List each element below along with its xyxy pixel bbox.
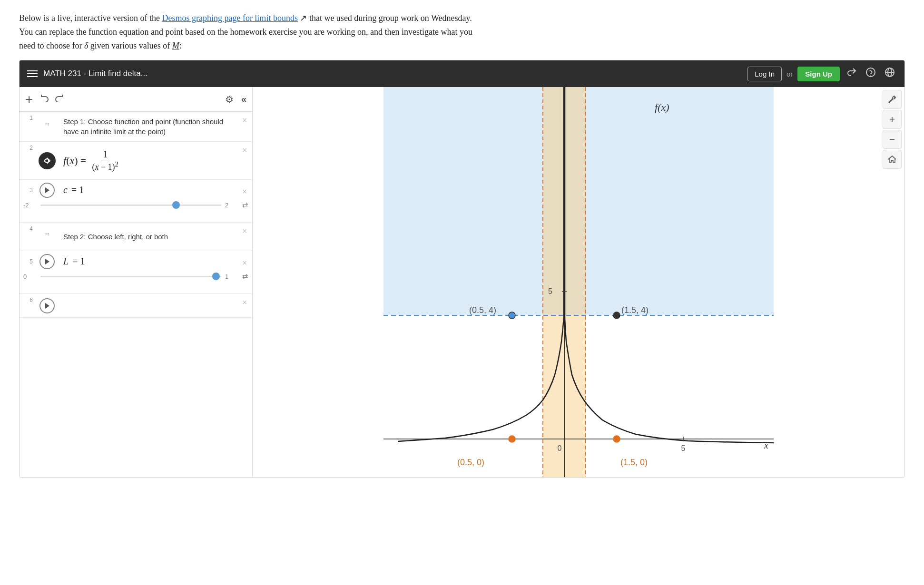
zoom-out-button[interactable]: − — [883, 130, 902, 149]
expression-row-4: 4 " Step 2: Choose left, right, or both … — [20, 223, 252, 251]
close-row-5[interactable]: × — [237, 254, 252, 268]
slider-L-max: 1 — [225, 273, 238, 280]
hamburger-menu[interactable] — [27, 70, 38, 77]
graph-svg: f(x) 5 5 0 x (0.5, 4) (1.5, 4) (0.5, 0) — [253, 87, 904, 477]
intro-line1-start: Below is a live, interactive version of … — [19, 13, 162, 23]
header-actions: Log In or Sign Up — [747, 65, 897, 82]
row-icon-6 — [35, 294, 59, 317]
svg-point-18 — [613, 312, 620, 319]
desmos-container: MATH 231 - Limit find delta... Log In or… — [19, 60, 905, 478]
login-button[interactable]: Log In — [747, 67, 782, 81]
help-icon[interactable] — [864, 65, 878, 82]
svg-point-17 — [509, 312, 515, 319]
intro-line1-end: that we used during group work on Wednes… — [307, 13, 472, 23]
intro-line3-end: : — [179, 41, 182, 50]
expression-row-3: 3 c = 1 × — [20, 180, 252, 223]
slider-c-min: -2 — [23, 202, 37, 209]
desmos-link[interactable]: Desmos graphing page for limit bounds — [162, 13, 297, 23]
intro-link-icon: ↗ — [298, 13, 307, 23]
slider-c-max: 2 — [225, 202, 238, 209]
right-toolbar: + − — [880, 87, 904, 172]
row-icon-3 — [35, 183, 59, 198]
quote-icon-1: " — [45, 120, 49, 133]
desmos-header: MATH 231 - Limit find delta... Log In or… — [20, 60, 904, 87]
function-formula: f(x) = 1 (x − 1)2 — [63, 149, 233, 172]
row-number-3: 3 — [20, 184, 35, 196]
intro-line3-start: need to choose for — [19, 41, 84, 50]
expressions-list: 1 " Step 1: Choose function and point (f… — [20, 112, 252, 477]
point2-label: (1.5, 4) — [621, 305, 649, 315]
fx-label: f(x) — [655, 101, 669, 113]
panel-toolbar: + — [20, 87, 252, 112]
add-expression-button[interactable]: + — [25, 93, 33, 106]
row-content-4[interactable]: Step 2: Choose left, right, or both — [59, 223, 237, 251]
svg-point-19 — [509, 436, 515, 442]
close-row-4[interactable]: × — [237, 223, 252, 251]
wrench-button[interactable] — [883, 90, 902, 109]
point4-label: (1.5, 0) — [620, 458, 648, 467]
intro-line2: You can replace the function equation an… — [19, 27, 472, 37]
slider-L-min: 0 — [23, 273, 37, 280]
intro-section: Below is a live, interactive version of … — [0, 0, 666, 60]
desmos-main: + — [20, 87, 904, 477]
row-icon-1: " — [35, 112, 59, 141]
expression-row-1: 1 " Step 1: Choose function and point (f… — [20, 112, 252, 142]
close-row-6[interactable]: × — [237, 294, 252, 317]
row-number-4: 4 — [20, 223, 35, 251]
row-content-5[interactable]: L = 1 — [59, 251, 237, 272]
quote-icon-4: " — [45, 230, 49, 243]
loop-icon-L[interactable]: ⇄ — [242, 272, 248, 281]
row-icon-4: " — [35, 223, 59, 251]
x-tick-5: 5 — [681, 444, 686, 452]
play-button-6[interactable] — [39, 298, 55, 313]
expression-row-2: 2 f(x) = 1 — [20, 142, 252, 180]
x-tick-0: 0 — [558, 444, 562, 452]
step1-text: Step 1: Choose function and point (funct… — [63, 117, 233, 136]
row-number-2: 2 — [20, 142, 35, 179]
left-panel: + — [20, 87, 253, 477]
row-number-6: 6 — [20, 294, 35, 317]
graph-panel[interactable]: f(x) 5 5 0 x (0.5, 4) (1.5, 4) (0.5, 0) — [253, 87, 904, 477]
point1-label: (0.5, 4) — [469, 305, 496, 315]
header-or: or — [786, 70, 793, 78]
language-icon[interactable] — [883, 65, 897, 82]
row-number-5: 5 — [20, 255, 35, 268]
expression-row-5: 5 L = 1 × — [20, 251, 252, 294]
desmos-logo — [39, 152, 56, 169]
home-button[interactable] — [883, 150, 902, 169]
share-icon[interactable] — [845, 65, 859, 82]
collapse-panel-button[interactable]: « — [241, 94, 246, 105]
row-icon-2 — [35, 142, 59, 179]
row-icon-5 — [35, 254, 59, 269]
close-row-3[interactable]: × — [237, 183, 252, 197]
close-row-2[interactable]: × — [237, 142, 252, 179]
y-tick-5: 5 — [548, 287, 552, 295]
play-button-c[interactable] — [39, 183, 55, 198]
intro-line3-mid: given various values of — [88, 41, 172, 50]
row-number-1: 1 — [20, 112, 35, 141]
zoom-in-button[interactable]: + — [883, 110, 902, 129]
redo-button[interactable] — [54, 94, 63, 105]
row-content-6[interactable] — [59, 294, 237, 317]
settings-button[interactable]: ⚙ — [225, 94, 234, 105]
point3-label: (0.5, 0) — [457, 458, 484, 467]
svg-marker-6 — [45, 259, 49, 264]
signup-button[interactable]: Sign Up — [797, 67, 840, 81]
header-title: MATH 231 - Limit find delta... — [43, 69, 742, 78]
row-content-1[interactable]: Step 1: Choose function and point (funct… — [59, 112, 237, 141]
step2-text: Step 2: Choose left, right, or both — [63, 232, 233, 242]
x-axis-label: x — [764, 440, 768, 450]
undo-redo-group — [40, 94, 63, 105]
M-symbol: M — [172, 41, 179, 50]
svg-marker-7 — [45, 303, 49, 309]
play-button-L[interactable] — [39, 254, 55, 269]
expression-row-6: 6 × — [20, 294, 252, 318]
close-row-1[interactable]: × — [237, 112, 252, 141]
row-content-3[interactable]: c = 1 — [59, 180, 237, 200]
row-content-2[interactable]: f(x) = 1 (x − 1)2 — [59, 142, 237, 179]
loop-icon-c[interactable]: ⇄ — [242, 201, 248, 209]
undo-button[interactable] — [40, 94, 50, 105]
svg-point-1 — [870, 75, 871, 76]
svg-marker-5 — [45, 187, 49, 193]
svg-point-20 — [613, 436, 620, 442]
